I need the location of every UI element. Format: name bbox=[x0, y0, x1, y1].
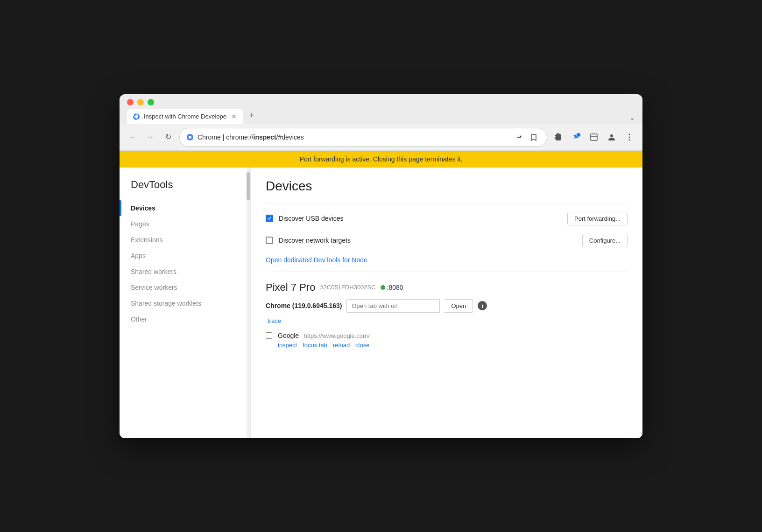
tabs-row: Inspect with Chrome Develope ✕ + ⌄ bbox=[127, 109, 635, 124]
page-title: Devices bbox=[266, 179, 628, 194]
tab-actions: inspect focus tab reload close bbox=[278, 342, 628, 349]
sidebar-title: DevTools bbox=[120, 179, 250, 200]
svg-point-8 bbox=[629, 136, 630, 138]
trace-row: trace bbox=[266, 316, 628, 325]
share-icon[interactable] bbox=[512, 131, 525, 144]
port-forwarding-button[interactable]: Port forwarding... bbox=[567, 212, 628, 225]
tab-chevron-icon[interactable]: ⌄ bbox=[629, 114, 635, 121]
pin-icon[interactable] bbox=[570, 131, 583, 144]
tab-info: Google https://www.google.com/ inspect f… bbox=[278, 331, 628, 349]
device-id: #2C051FDH3002SC bbox=[320, 284, 375, 291]
port-forwarding-banner: Port forwarding is active. Closing this … bbox=[120, 151, 642, 168]
main-content: Devices Discover USB devices Port forwar… bbox=[250, 168, 642, 438]
tab-title: Inspect with Chrome Develope bbox=[144, 113, 226, 120]
tab-close-button[interactable]: ✕ bbox=[230, 113, 238, 120]
discover-network-row: Discover network targets Configure... bbox=[266, 234, 628, 247]
extensions-icon[interactable] bbox=[552, 131, 565, 144]
tab-favicon bbox=[133, 113, 140, 120]
tab-page-title: Google bbox=[278, 332, 299, 339]
svg-point-7 bbox=[629, 133, 630, 135]
svg-point-3 bbox=[189, 136, 191, 139]
scrollbar-thumb[interactable] bbox=[247, 172, 250, 200]
tab-page-url: https://www.google.com/ bbox=[304, 332, 370, 339]
sidebar-item-other[interactable]: Other bbox=[120, 311, 250, 327]
open-tab-url-input[interactable] bbox=[346, 299, 440, 313]
chrome-row: Chrome (119.0.6045.163) Open i bbox=[266, 299, 628, 313]
device-header: Pixel 7 Pro #2C051FDH3002SC :8080 bbox=[266, 281, 628, 294]
configure-button[interactable]: Configure... bbox=[582, 234, 628, 247]
address-bold: inspect bbox=[254, 133, 276, 141]
discover-usb-label: Discover USB devices bbox=[279, 215, 562, 222]
back-button[interactable]: ← bbox=[126, 131, 139, 144]
trace-link[interactable]: trace bbox=[268, 317, 281, 324]
address-suffix: /#devices bbox=[276, 133, 304, 141]
address-bar-icon bbox=[186, 133, 194, 141]
profile-icon[interactable] bbox=[605, 131, 618, 144]
sidebar-item-shared-storage-worklets[interactable]: Shared storage worklets bbox=[120, 295, 250, 311]
address-separator: | chrome:// bbox=[223, 133, 254, 141]
sidebar-item-extensions[interactable]: Extensions bbox=[120, 232, 250, 248]
divider-1 bbox=[266, 203, 628, 203]
banner-message: Port forwarding is active. Closing this … bbox=[300, 155, 463, 163]
device-section: Pixel 7 Pro #2C051FDH3002SC :8080 Chrome… bbox=[266, 281, 628, 349]
status-dot-icon bbox=[381, 285, 385, 290]
chrome-label: Chrome (119.0.6045.163) bbox=[266, 302, 342, 309]
tab-row: Google https://www.google.com/ inspect f… bbox=[266, 331, 628, 349]
tab-reload-link[interactable]: reload bbox=[333, 342, 350, 349]
active-tab[interactable]: Inspect with Chrome Develope ✕ bbox=[127, 109, 243, 124]
forward-button[interactable]: → bbox=[144, 131, 157, 144]
sidebar-item-devices[interactable]: Devices bbox=[120, 200, 250, 216]
sidebar-item-service-workers[interactable]: Service workers bbox=[120, 280, 250, 295]
divider-2 bbox=[266, 272, 628, 272]
node-link-row: Open dedicated DevTools for Node bbox=[266, 256, 628, 264]
svg-point-9 bbox=[629, 139, 630, 140]
sidebar-item-apps[interactable]: Apps bbox=[120, 248, 250, 264]
minimize-traffic-light[interactable] bbox=[137, 99, 144, 105]
title-bar: Inspect with Chrome Develope ✕ + ⌄ bbox=[120, 94, 642, 124]
toolbar: ← → ↻ Chrome | chrome://inspect/#devices bbox=[120, 124, 642, 151]
browser-window: Inspect with Chrome Develope ✕ + ⌄ ← → ↻… bbox=[120, 94, 642, 438]
tab-focus-link[interactable]: focus tab bbox=[303, 342, 327, 349]
address-text: Chrome | chrome://inspect/#devices bbox=[198, 133, 508, 141]
address-scheme: Chrome bbox=[198, 133, 221, 141]
node-devtools-link[interactable]: Open dedicated DevTools for Node bbox=[266, 256, 367, 264]
discover-network-checkbox[interactable] bbox=[266, 237, 273, 244]
address-actions bbox=[512, 131, 540, 144]
tab-close-link[interactable]: close bbox=[355, 342, 369, 349]
device-status: :8080 bbox=[381, 284, 403, 291]
scrollbar[interactable] bbox=[247, 168, 250, 438]
traffic-lights bbox=[127, 99, 635, 105]
sidebar-item-pages[interactable]: Pages bbox=[120, 216, 250, 232]
tab-checkbox[interactable] bbox=[266, 332, 272, 339]
svg-point-6 bbox=[610, 134, 613, 137]
discover-usb-row: Discover USB devices Port forwarding... bbox=[266, 212, 628, 225]
tab-inspect-link[interactable]: inspect bbox=[278, 342, 297, 349]
svg-rect-4 bbox=[591, 134, 597, 140]
discover-usb-checkbox[interactable] bbox=[266, 215, 273, 222]
window-icon[interactable] bbox=[587, 131, 600, 144]
info-icon[interactable]: i bbox=[478, 301, 487, 310]
sidebar-item-shared-workers[interactable]: Shared workers bbox=[120, 264, 250, 280]
device-port: :8080 bbox=[387, 284, 403, 291]
sidebar: DevTools Devices Pages Extensions Apps S… bbox=[120, 168, 250, 438]
maximize-traffic-light[interactable] bbox=[148, 99, 154, 105]
bookmark-icon[interactable] bbox=[527, 131, 540, 144]
reload-button[interactable]: ↻ bbox=[162, 131, 175, 144]
more-menu-icon[interactable] bbox=[623, 131, 636, 144]
close-traffic-light[interactable] bbox=[127, 99, 134, 105]
address-bar[interactable]: Chrome | chrome://inspect/#devices bbox=[179, 128, 547, 147]
new-tab-button[interactable]: + bbox=[245, 109, 258, 122]
discover-network-label: Discover network targets bbox=[279, 237, 577, 244]
content-area: DevTools Devices Pages Extensions Apps S… bbox=[120, 168, 642, 438]
open-tab-button[interactable]: Open bbox=[444, 299, 473, 313]
device-name: Pixel 7 Pro bbox=[266, 281, 315, 294]
